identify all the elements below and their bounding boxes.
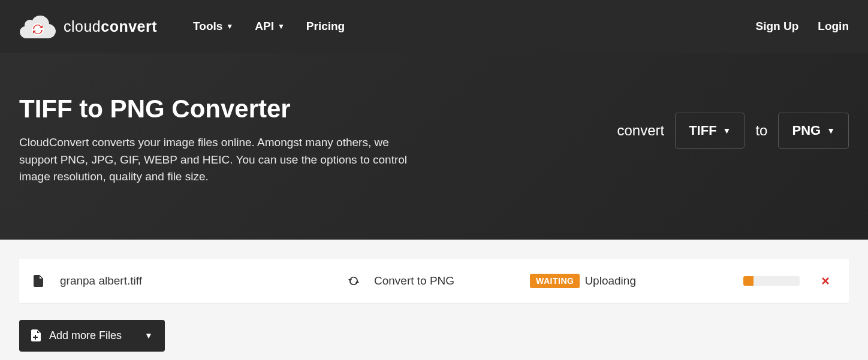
remove-file-button[interactable] [816, 271, 834, 291]
progress-fill [743, 276, 754, 286]
progress-bar [743, 276, 800, 286]
nav-login[interactable]: Login [818, 20, 849, 33]
file-row: granpa albert.tiff Convert to PNG WAITIN… [19, 259, 849, 303]
add-file-icon [31, 329, 41, 341]
header-right: Sign Up Login [756, 20, 849, 33]
file-action[interactable]: Convert to PNG [374, 274, 530, 288]
page-title: TIFF to PNG Converter [19, 95, 427, 123]
logo-text: cloudconvert [64, 18, 157, 35]
from-format-button[interactable]: TIFF▼ [675, 113, 745, 149]
chevron-down-icon: ▼ [144, 331, 153, 340]
file-name: granpa albert.tiff [60, 274, 348, 288]
file-icon [34, 275, 43, 287]
convert-controls: convert TIFF▼ to PNG▼ [617, 113, 849, 149]
header: cloudconvert Tools▼ API▼ Pricing Sign Up… [0, 0, 868, 53]
status-badge: WAITING [530, 274, 580, 288]
convert-label-from: convert [617, 122, 664, 139]
chevron-down-icon: ▼ [226, 22, 233, 31]
logo[interactable]: cloudconvert [19, 14, 157, 38]
cloud-logo-icon [19, 14, 56, 38]
to-format-button[interactable]: PNG▼ [778, 113, 849, 149]
hero-section: TIFF to PNG Converter CloudConvert conve… [0, 53, 868, 240]
status-text: Uploading [584, 274, 743, 288]
add-more-files-button[interactable]: Add more Files ▼ [19, 320, 165, 352]
page-description: CloudConvert converts your image files o… [19, 134, 427, 186]
nav-pricing[interactable]: Pricing [306, 20, 345, 33]
convert-label-to: to [755, 122, 767, 139]
nav-api[interactable]: API▼ [255, 20, 285, 33]
nav-tools[interactable]: Tools▼ [193, 20, 233, 33]
nav-signup[interactable]: Sign Up [756, 20, 799, 33]
chevron-down-icon: ▼ [278, 22, 285, 31]
file-section: granpa albert.tiff Convert to PNG WAITIN… [0, 240, 868, 361]
nav-main: Tools▼ API▼ Pricing [193, 20, 345, 33]
refresh-icon[interactable] [348, 275, 360, 287]
chevron-down-icon: ▼ [827, 126, 835, 135]
chevron-down-icon: ▼ [723, 126, 731, 135]
hero-left: TIFF to PNG Converter CloudConvert conve… [19, 95, 427, 186]
header-left: cloudconvert Tools▼ API▼ Pricing [19, 14, 345, 38]
